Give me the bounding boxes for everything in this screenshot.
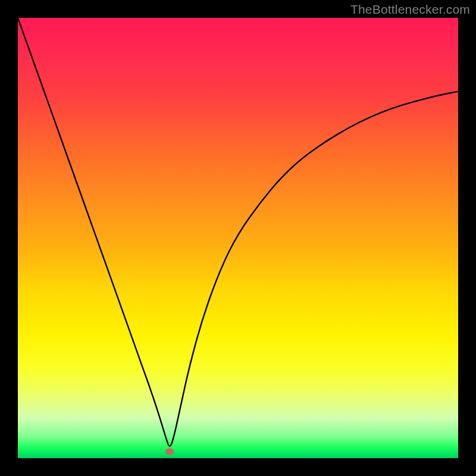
bottleneck-curve bbox=[18, 18, 458, 458]
optimal-marker bbox=[165, 448, 174, 455]
chart-frame: TheBottlenecker.com bbox=[0, 0, 476, 476]
watermark-text: TheBottlenecker.com bbox=[350, 2, 470, 17]
plot-area bbox=[18, 18, 458, 458]
